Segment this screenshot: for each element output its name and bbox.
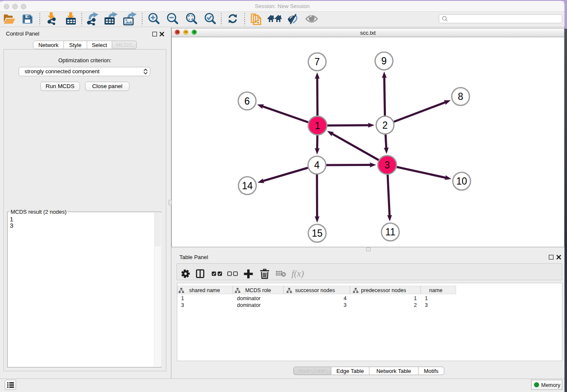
svg-text:14: 14 xyxy=(242,180,253,191)
svg-text:2: 2 xyxy=(383,120,388,131)
svg-text:11: 11 xyxy=(385,226,396,237)
svg-text:1: 1 xyxy=(315,120,320,131)
svg-text:successor nodes: successor nodes xyxy=(295,287,335,293)
svg-text:predecessor nodes: predecessor nodes xyxy=(361,287,406,293)
svg-text:9: 9 xyxy=(381,55,387,66)
svg-text:3: 3 xyxy=(385,160,390,171)
svg-text:name: name xyxy=(429,287,442,293)
svg-text:shared name: shared name xyxy=(189,287,220,293)
svg-text:MCDS role: MCDS role xyxy=(245,287,271,293)
svg-text:6: 6 xyxy=(245,96,250,107)
svg-text:4: 4 xyxy=(314,160,320,171)
svg-text:15: 15 xyxy=(312,228,323,239)
svg-text:8: 8 xyxy=(458,91,463,102)
svg-text:7: 7 xyxy=(314,56,320,67)
svg-text:10: 10 xyxy=(456,176,467,187)
